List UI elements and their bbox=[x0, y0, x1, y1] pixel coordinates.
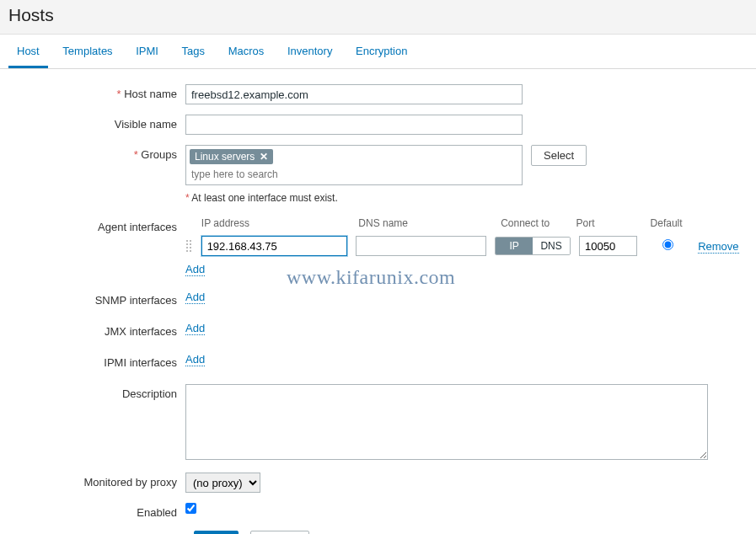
add-button[interactable]: Add bbox=[194, 531, 239, 534]
interface-hint: * At least one interface must exist. bbox=[185, 192, 742, 204]
connect-to-toggle: IP DNS bbox=[495, 237, 571, 255]
connect-to-ip[interactable]: IP bbox=[496, 238, 533, 254]
tab-inventory[interactable]: Inventory bbox=[279, 35, 340, 68]
agent-add-link[interactable]: Add bbox=[185, 263, 205, 276]
group-tag-label: Linux servers bbox=[195, 151, 255, 163]
iface-header-dns: DNS name bbox=[358, 217, 492, 229]
iface-header-default: Default bbox=[644, 217, 689, 229]
proxy-select[interactable]: (no proxy) bbox=[185, 473, 260, 493]
iface-header-connect: Connect to bbox=[501, 217, 567, 229]
agent-port-input[interactable] bbox=[579, 236, 637, 256]
connect-to-dns[interactable]: DNS bbox=[533, 238, 570, 254]
group-tag-remove-icon[interactable]: ✕ bbox=[260, 151, 268, 163]
label-visible-name: Visible name bbox=[8, 115, 185, 131]
label-snmp-interfaces: SNMP interfaces bbox=[8, 291, 185, 307]
visible-name-input[interactable] bbox=[185, 115, 523, 135]
label-description: Description bbox=[8, 384, 185, 400]
snmp-add-link[interactable]: Add bbox=[185, 291, 205, 304]
tabs: Host Templates IPMI Tags Macros Inventor… bbox=[0, 35, 756, 69]
jmx-add-link[interactable]: Add bbox=[185, 322, 205, 335]
drag-handle-icon[interactable] bbox=[185, 239, 192, 253]
groups-search-input[interactable] bbox=[188, 166, 399, 183]
label-agent-interfaces: Agent interfaces bbox=[8, 217, 185, 233]
label-monitored-by-proxy: Monitored by proxy bbox=[8, 473, 185, 489]
enabled-checkbox[interactable] bbox=[185, 503, 196, 514]
tab-host[interactable]: Host bbox=[8, 35, 48, 68]
page-title: Hosts bbox=[8, 5, 748, 25]
tab-encryption[interactable]: Encryption bbox=[347, 35, 416, 68]
label-groups: Groups bbox=[8, 145, 185, 161]
iface-header-port: Port bbox=[576, 217, 636, 229]
agent-default-radio[interactable] bbox=[662, 239, 673, 250]
group-tag: Linux servers ✕ bbox=[190, 149, 273, 164]
tab-macros[interactable]: Macros bbox=[220, 35, 273, 68]
host-name-input[interactable] bbox=[185, 84, 523, 104]
label-enabled: Enabled bbox=[8, 503, 185, 519]
description-textarea[interactable] bbox=[185, 384, 708, 460]
ipmi-add-link[interactable]: Add bbox=[185, 353, 205, 366]
label-ipmi-interfaces: IPMI interfaces bbox=[8, 353, 185, 369]
groups-multiselect[interactable]: Linux servers ✕ bbox=[185, 145, 523, 185]
label-host-name: Host name bbox=[8, 84, 185, 100]
cancel-button[interactable]: Cancel bbox=[250, 531, 309, 534]
tab-tags[interactable]: Tags bbox=[174, 35, 213, 68]
agent-ip-input[interactable] bbox=[201, 236, 347, 256]
agent-dns-input[interactable] bbox=[356, 236, 487, 256]
label-jmx-interfaces: JMX interfaces bbox=[8, 322, 185, 338]
groups-select-button[interactable]: Select bbox=[531, 145, 587, 166]
tab-templates[interactable]: Templates bbox=[54, 35, 121, 68]
agent-interface-row: IP DNS Remove bbox=[185, 236, 742, 256]
iface-header-ip: IP address bbox=[201, 217, 350, 229]
tab-ipmi[interactable]: IPMI bbox=[127, 35, 167, 68]
agent-remove-link[interactable]: Remove bbox=[698, 240, 738, 254]
